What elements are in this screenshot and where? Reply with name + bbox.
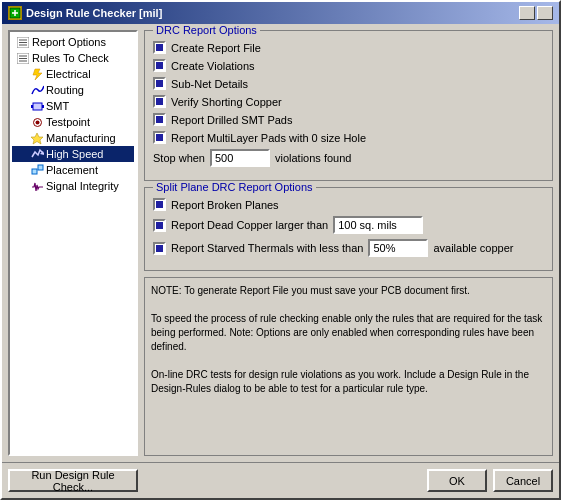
violations-found-label: violations found (275, 152, 351, 164)
available-copper-label: available copper (433, 242, 513, 254)
bottom-bar: Run Design Rule Check... OK Cancel (2, 462, 559, 498)
create-report-file-row: Create Report File (153, 41, 544, 54)
sidebar-label-signal-integrity: Signal Integrity (46, 180, 119, 192)
stop-when-label: Stop when (153, 152, 205, 164)
create-report-file-label: Create Report File (171, 42, 261, 54)
sidebar-label-report-options: Report Options (32, 36, 106, 48)
report-broken-planes-label: Report Broken Planes (171, 199, 279, 211)
report-starved-thermals-row: Report Starved Thermals with less than a… (153, 239, 544, 257)
signal-integrity-icon (30, 179, 44, 193)
report-multilayer-pads-label: Report MultiLayer Pads with 0 size Hole (171, 132, 366, 144)
report-multilayer-pads-row: Report MultiLayer Pads with 0 size Hole (153, 131, 544, 144)
sidebar-item-routing[interactable]: Routing (12, 82, 134, 98)
create-violations-row: Create Violations (153, 59, 544, 72)
title-bar-left: Design Rule Checker [mil] (8, 6, 162, 20)
electrical-icon (30, 67, 44, 81)
sidebar-label-routing: Routing (46, 84, 84, 96)
report-multilayer-pads-checkbox[interactable] (153, 131, 166, 144)
svg-point-15 (35, 120, 39, 124)
svg-rect-13 (42, 105, 44, 108)
note-area: NOTE: To generate Report File you must s… (144, 277, 553, 456)
sidebar-label-high-speed: High Speed (46, 148, 104, 160)
svg-rect-11 (33, 103, 42, 110)
sidebar-item-smt[interactable]: SMT (12, 98, 134, 114)
sidebar-item-high-speed[interactable]: High Speed (12, 146, 134, 162)
svg-rect-18 (38, 165, 43, 170)
split-plane-options-group: Split Plane DRC Report Options Report Br… (144, 187, 553, 271)
right-panel: DRC Report Options Create Report File Cr… (144, 30, 553, 456)
routing-icon (30, 83, 44, 97)
report-dead-copper-row: Report Dead Copper larger than (153, 216, 544, 234)
create-violations-label: Create Violations (171, 60, 255, 72)
create-report-file-checkbox[interactable] (153, 41, 166, 54)
list-icon-2 (16, 51, 30, 65)
title-bar: Design Rule Checker [mil] (2, 2, 559, 24)
sidebar-label-smt: SMT (46, 100, 69, 112)
sidebar-item-testpoint[interactable]: Testpoint (12, 114, 134, 130)
report-drilled-smt-pads-checkbox[interactable] (153, 113, 166, 126)
bottom-right-buttons: OK Cancel (427, 469, 553, 492)
drc-report-options-title: DRC Report Options (153, 24, 260, 36)
close-button[interactable] (537, 6, 553, 20)
sidebar-item-electrical[interactable]: Electrical (12, 66, 134, 82)
report-broken-planes-row: Report Broken Planes (153, 198, 544, 211)
list-icon (16, 35, 30, 49)
note-text: NOTE: To generate Report File you must s… (151, 285, 542, 394)
cancel-button[interactable]: Cancel (493, 469, 553, 492)
stop-when-input[interactable] (210, 149, 270, 167)
left-panel: Report Options Rules To Check Electrical (8, 30, 138, 456)
subnet-details-label: Sub-Net Details (171, 78, 248, 90)
placement-icon (30, 163, 44, 177)
content-area: Report Options Rules To Check Electrical (2, 24, 559, 462)
split-plane-options-title: Split Plane DRC Report Options (153, 181, 316, 193)
help-button[interactable] (519, 6, 535, 20)
sidebar-item-manufacturing[interactable]: Manufacturing (12, 130, 134, 146)
verify-shorting-copper-checkbox[interactable] (153, 95, 166, 108)
sidebar-item-report-options[interactable]: Report Options (12, 34, 134, 50)
main-window: Design Rule Checker [mil] Report Options… (0, 0, 561, 500)
verify-shorting-copper-label: Verify Shorting Copper (171, 96, 282, 108)
report-dead-copper-label: Report Dead Copper larger than (171, 219, 328, 231)
high-speed-icon (30, 147, 44, 161)
sidebar-label-rules-to-check: Rules To Check (32, 52, 109, 64)
report-drilled-smt-pads-row: Report Drilled SMT Pads (153, 113, 544, 126)
verify-shorting-copper-row: Verify Shorting Copper (153, 95, 544, 108)
subnet-details-row: Sub-Net Details (153, 77, 544, 90)
window-icon (8, 6, 22, 20)
stop-when-row: Stop when violations found (153, 149, 544, 167)
sidebar-label-manufacturing: Manufacturing (46, 132, 116, 144)
manufacturing-icon (30, 131, 44, 145)
sidebar-item-placement[interactable]: Placement (12, 162, 134, 178)
report-broken-planes-checkbox[interactable] (153, 198, 166, 211)
testpoint-icon (30, 115, 44, 129)
smt-icon (30, 99, 44, 113)
sidebar-label-electrical: Electrical (46, 68, 91, 80)
ok-button[interactable]: OK (427, 469, 487, 492)
report-drilled-smt-pads-label: Report Drilled SMT Pads (171, 114, 292, 126)
report-starved-thermals-checkbox[interactable] (153, 242, 166, 255)
run-design-rule-check-button[interactable]: Run Design Rule Check... (8, 469, 138, 492)
create-violations-checkbox[interactable] (153, 59, 166, 72)
svg-rect-12 (31, 105, 33, 108)
drc-report-options-group: DRC Report Options Create Report File Cr… (144, 30, 553, 181)
svg-rect-17 (32, 169, 37, 174)
sidebar-label-placement: Placement (46, 164, 98, 176)
starved-thermals-input[interactable] (368, 239, 428, 257)
window-title: Design Rule Checker [mil] (26, 7, 162, 19)
title-bar-buttons (519, 6, 553, 20)
sidebar-label-testpoint: Testpoint (46, 116, 90, 128)
subnet-details-checkbox[interactable] (153, 77, 166, 90)
report-dead-copper-checkbox[interactable] (153, 219, 166, 232)
sidebar-item-signal-integrity[interactable]: Signal Integrity (12, 178, 134, 194)
dead-copper-input[interactable] (333, 216, 423, 234)
sidebar-item-rules-to-check[interactable]: Rules To Check (12, 50, 134, 66)
report-starved-thermals-label: Report Starved Thermals with less than (171, 242, 363, 254)
